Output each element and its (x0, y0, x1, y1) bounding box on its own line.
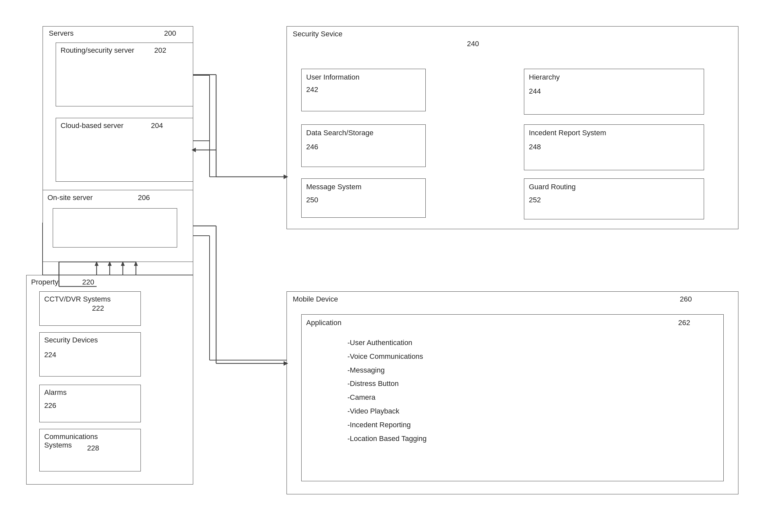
onsite-server-number: 206 (138, 194, 150, 202)
cctv-box: CCTV/DVR Systems 222 (39, 291, 141, 326)
application-number: 262 (678, 319, 690, 327)
app-features-list: -User Authentication -Voice Communicatio… (347, 336, 427, 445)
routing-server-label: Routing/security server (60, 46, 134, 55)
feature-7: -Incedent Reporting (347, 418, 427, 432)
cloud-server-label: Cloud-based server (60, 121, 123, 130)
comms-box: CommunicationsSystems 228 (39, 429, 141, 472)
hierarchy-number: 244 (529, 87, 541, 95)
guard-routing-label: Guard Routing (529, 183, 576, 191)
cctv-number: 222 (92, 304, 104, 313)
hierarchy-box: Hierarchy 244 (524, 69, 704, 115)
mobile-device-label: Mobile Device (293, 295, 338, 303)
message-system-label: Message System (306, 183, 362, 191)
security-devices-box: Security Devices 224 (39, 332, 141, 376)
incident-report-number: 248 (529, 143, 541, 151)
application-label: Application (306, 319, 341, 327)
feature-6: -Video Playback (347, 404, 427, 418)
security-devices-number: 224 (44, 351, 56, 359)
feature-3: -Messaging (347, 363, 427, 377)
property-number: 220 (82, 278, 94, 286)
feature-4: -Distress Button (347, 377, 427, 391)
application-box: Application 262 -User Authentication -Vo… (301, 314, 724, 481)
data-search-number: 246 (306, 143, 318, 151)
data-search-label: Data Search/Storage (306, 129, 373, 137)
comms-number: 228 (87, 444, 99, 452)
cloud-server-box: Cloud-based server 204 (56, 118, 193, 182)
guard-routing-number: 252 (529, 196, 541, 204)
routing-server-box: Routing/security server 202 (56, 43, 193, 107)
onsite-server-label: On-site server (47, 194, 93, 202)
servers-number: 200 (164, 29, 176, 38)
user-info-number: 242 (306, 85, 318, 94)
onsite-server-inner (53, 208, 177, 247)
guard-routing-box: Guard Routing 252 (524, 178, 704, 219)
incident-report-box: Incedent Report System 248 (524, 124, 704, 170)
mobile-device-number: 260 (680, 295, 692, 303)
security-service-number: 240 (467, 40, 479, 48)
message-system-number: 250 (306, 196, 318, 204)
message-system-box: Message System 250 (301, 178, 426, 218)
feature-1: -User Authentication (347, 336, 427, 350)
diagram-container: Servers 200 Routing/security server 202 … (0, 0, 781, 532)
feature-5: -Camera (347, 391, 427, 404)
servers-label: Servers (49, 29, 74, 38)
data-search-box: Data Search/Storage 246 (301, 124, 426, 167)
routing-server-number: 202 (154, 46, 166, 55)
feature-8: -Location Based Tagging (347, 432, 427, 446)
user-info-label: User Information (306, 73, 360, 82)
feature-2: -Voice Communications (347, 350, 427, 363)
alarms-box: Alarms 226 (39, 385, 141, 422)
security-devices-label: Security Devices (44, 336, 98, 344)
user-info-box: User Information 242 (301, 69, 426, 111)
security-service-label: Security Sevice (293, 30, 342, 38)
alarms-number: 226 (44, 401, 56, 410)
cctv-label: CCTV/DVR Systems (44, 295, 111, 303)
onsite-server-box: On-site server 206 (43, 190, 193, 262)
hierarchy-label: Hierarchy (529, 73, 560, 82)
incident-report-label: Incedent Report System (529, 129, 606, 137)
alarms-label: Alarms (44, 388, 67, 397)
property-label: Property (31, 278, 58, 286)
cloud-server-number: 204 (151, 121, 163, 130)
